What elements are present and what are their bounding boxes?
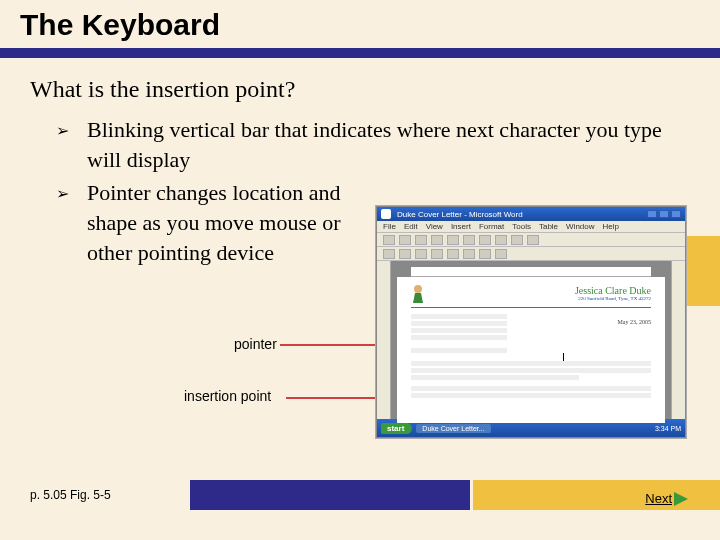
chevron-right-icon: ➢ [56,121,69,140]
menu-item: View [426,222,443,231]
menu-item: Window [566,222,594,231]
doc-date: May 23, 2005 [618,319,652,325]
slide-title: The Keyboard [20,8,700,42]
menu-item: File [383,222,396,231]
chevron-right-icon: ➢ [56,184,69,203]
arrow-right-icon [674,492,688,506]
menu-item: Table [539,222,558,231]
menu-item: Tools [512,222,531,231]
document-page: Jessica Clare Duke 220 Sunfield Road, Ty… [397,277,665,423]
list-item: ➢ Blinking vertical bar that indicates w… [56,115,690,174]
window-controls [647,210,681,218]
footer-accent-bar [190,480,470,510]
callout-label-pointer: pointer [234,336,277,352]
menu-item: Edit [404,222,418,231]
bullet-text: Pointer changes location and shape as yo… [87,178,347,267]
accent-bar [0,48,720,58]
toolbar [377,233,685,247]
menu-item: Insert [451,222,471,231]
divider [411,307,651,308]
app-icon [381,209,391,219]
ruler-horizontal [411,267,651,277]
insertion-point-cursor [563,353,564,361]
callout-label-insertion: insertion point [184,388,271,404]
decorative-block [686,236,720,306]
document-viewport: Jessica Clare Duke 220 Sunfield Road, Ty… [391,261,671,419]
window-title: Duke Cover Letter - Microsoft Word [397,210,641,219]
taskbar-clock: 3:34 PM [655,425,681,432]
menu-bar: File Edit View Insert Format Tools Table… [377,221,685,233]
bullet-text: Blinking vertical bar that indicates whe… [87,115,690,174]
page-reference: p. 5.05 Fig. 5-5 [30,488,111,502]
window-titlebar: Duke Cover Letter - Microsoft Word [377,207,685,221]
taskbar-item: Duke Cover Letter... [416,424,490,433]
golfer-clipart-icon [411,285,425,303]
menu-item: Format [479,222,504,231]
word-window-mock: Duke Cover Letter - Microsoft Word File … [376,206,686,438]
next-button[interactable]: Next [645,491,688,506]
next-label: Next [645,491,672,506]
toolbar [377,247,685,261]
scrollbar-vertical [671,261,685,419]
ruler-vertical [377,261,391,419]
menu-item: Help [603,222,619,231]
doc-address: 220 Sunfield Road, Tyne, TX 43272 [411,296,651,301]
doc-name: Jessica Clare Duke [411,285,651,296]
start-button: start [381,423,412,434]
slide-subhead: What is the insertion point? [0,76,720,115]
